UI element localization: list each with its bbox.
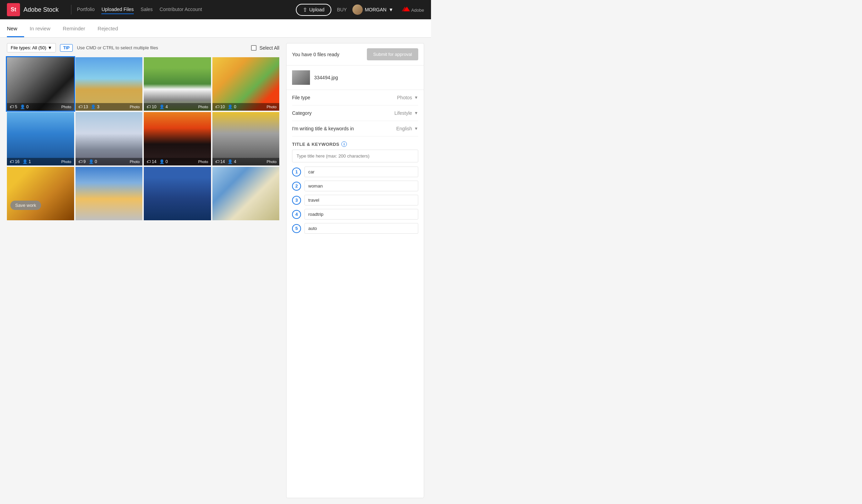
- photo-item-8[interactable]: 🏷 14 👤 4 Photo: [212, 112, 280, 165]
- keyword-num-4: 4: [292, 210, 301, 219]
- photo-item-1[interactable]: 🏷 5 👤 0 Photo: [7, 57, 74, 111]
- chevron-down-icon: ▼: [414, 111, 418, 115]
- people-icon: 👤 0: [228, 104, 236, 109]
- file-name: 334494.jpg: [314, 75, 338, 80]
- select-all-area[interactable]: Select All: [251, 45, 279, 51]
- category-value: Lifestyle: [394, 110, 412, 116]
- buy-link[interactable]: BUY: [337, 7, 347, 12]
- keyword-row-2: 2: [292, 181, 418, 191]
- tab-reminder[interactable]: Reminder: [63, 19, 92, 37]
- tab-in-review[interactable]: In review: [30, 19, 57, 37]
- chevron-down-icon: ▼: [414, 95, 418, 100]
- right-panel-header: You have 0 files ready Submit for approv…: [287, 43, 424, 65]
- nav-sales[interactable]: Sales: [141, 5, 153, 14]
- photo-overlay-2: 🏷 13 👤 3 Photo: [76, 103, 143, 111]
- nav-links: Portfolio Uploaded Files Sales Contribut…: [77, 5, 296, 14]
- people-icon: 👤 3: [91, 104, 99, 109]
- keyword-input-5[interactable]: [304, 223, 418, 234]
- form-fields: File type Photos ▼ Category Lifestyle ▼ …: [287, 90, 424, 137]
- file-thumbnail: [292, 70, 310, 85]
- people-icon: 👤 0: [20, 104, 29, 109]
- tip-text: Use CMD or CTRL to select multiple files: [77, 45, 158, 50]
- nav-divider: [71, 5, 71, 14]
- chevron-down-icon: ▼: [389, 7, 393, 12]
- keyword-input-3[interactable]: [304, 195, 418, 205]
- photo-item-5[interactable]: 🏷 16 👤 1 Photo: [7, 112, 74, 165]
- photo-item-2[interactable]: 🏷 13 👤 3 Photo: [76, 57, 143, 111]
- keyword-row-4: 4: [292, 209, 418, 220]
- keyword-row-3: 3: [292, 195, 418, 205]
- language-label: I'm writing title & keywords in: [292, 126, 354, 131]
- language-value: English: [396, 126, 412, 131]
- photo-item-4[interactable]: 🏷 10 👤 0 Photo: [212, 57, 280, 111]
- upload-icon: ⇧: [303, 7, 307, 13]
- chevron-down-icon: ▼: [414, 126, 418, 131]
- save-work-button[interactable]: Save work: [10, 201, 41, 210]
- keyword-input-2[interactable]: [304, 181, 418, 191]
- keywords-list: 1 2 3 4 5: [287, 167, 424, 234]
- tag-icon: 🏷 10: [215, 104, 225, 109]
- nav-uploaded-files[interactable]: Uploaded Files: [101, 5, 133, 14]
- keyword-num-3: 3: [292, 196, 301, 205]
- tabs-bar: New In review Reminder Rejected: [0, 19, 431, 38]
- keyword-row-1: 1: [292, 167, 418, 177]
- keyword-row-5: 5: [292, 223, 418, 234]
- app-name: Adobe Stock: [23, 6, 59, 13]
- submit-for-approval-button[interactable]: Submit for approval: [367, 48, 418, 60]
- keyword-num-2: 2: [292, 182, 301, 191]
- photo-overlay-7: 🏷 14 👤 0 Photo: [144, 158, 211, 165]
- adobe-stock-logo: St: [7, 3, 20, 16]
- info-icon: i: [341, 141, 347, 147]
- language-field: I'm writing title & keywords in English …: [292, 121, 418, 137]
- people-icon: 👤 4: [228, 159, 236, 164]
- photo-overlay-4: 🏷 10 👤 0 Photo: [212, 103, 280, 111]
- user-menu[interactable]: MORGAN ▼: [352, 4, 393, 15]
- chevron-down-icon: ▼: [48, 45, 52, 50]
- photo-grid: 🏷 5 👤 0 Photo 🏷 13 👤 3 Photo: [7, 57, 279, 220]
- tag-icon: 🏷 13: [78, 104, 88, 109]
- tag-icon: 🏷 10: [147, 104, 157, 109]
- tag-icon: 🏷 16: [10, 159, 20, 164]
- photo-item-11[interactable]: [144, 167, 211, 220]
- avatar: [352, 4, 363, 15]
- top-navigation: St Adobe Stock Portfolio Uploaded Files …: [0, 0, 431, 19]
- photo-item-6[interactable]: 🏷 9 👤 0 Photo: [76, 112, 143, 165]
- keyword-num-5: 5: [292, 224, 301, 233]
- photo-item-3[interactable]: 🏷 10 👤 4 Photo: [144, 57, 211, 111]
- nav-contributor-account[interactable]: Contributor Account: [160, 5, 202, 14]
- left-panel: File types: All (50) ▼ TIP Use CMD or CT…: [7, 43, 279, 498]
- files-ready-text: You have 0 files ready: [292, 52, 339, 57]
- file-types-button[interactable]: File types: All (50) ▼: [7, 43, 56, 52]
- people-icon: 👤 1: [22, 159, 31, 164]
- photo-type-8: Photo: [267, 160, 277, 164]
- photo-overlay-6: 🏷 9 👤 0 Photo: [76, 158, 143, 165]
- photo-type-5: Photo: [61, 160, 71, 164]
- tag-icon: 🏷 5: [10, 104, 17, 109]
- photo-type-6: Photo: [130, 160, 140, 164]
- photo-overlay-1: 🏷 5 👤 0 Photo: [7, 103, 74, 111]
- title-input[interactable]: [292, 150, 418, 162]
- photo-overlay-5: 🏷 16 👤 1 Photo: [7, 158, 74, 165]
- people-icon: 👤 4: [159, 104, 168, 109]
- photo-item-9[interactable]: Save work: [7, 167, 74, 220]
- upload-button[interactable]: ⇧ Upload: [296, 4, 331, 16]
- photo-type-1: Photo: [61, 105, 71, 109]
- keyword-input-1[interactable]: [304, 167, 418, 177]
- file-type-label: File type: [292, 95, 310, 100]
- file-type-value: Photos: [397, 95, 412, 100]
- photo-overlay-3: 🏷 10 👤 4 Photo: [144, 103, 211, 111]
- photo-item-12[interactable]: [212, 167, 280, 220]
- photo-type-7: Photo: [198, 160, 208, 164]
- selected-file-row: 334494.jpg: [287, 65, 424, 90]
- tab-new[interactable]: New: [7, 19, 24, 37]
- photo-item-10[interactable]: [76, 167, 143, 220]
- photo-type-3: Photo: [198, 105, 208, 109]
- select-all-checkbox[interactable]: [251, 45, 257, 51]
- tip-badge: TIP: [60, 44, 73, 52]
- tab-rejected[interactable]: Rejected: [98, 19, 125, 37]
- nav-portfolio[interactable]: Portfolio: [77, 5, 94, 14]
- keyword-num-1: 1: [292, 168, 301, 177]
- keyword-input-4[interactable]: [304, 209, 418, 220]
- nav-right: ⇧ Upload BUY MORGAN ▼ Adobe: [296, 4, 424, 16]
- photo-item-7[interactable]: 🏷 14 👤 0 Photo: [144, 112, 211, 165]
